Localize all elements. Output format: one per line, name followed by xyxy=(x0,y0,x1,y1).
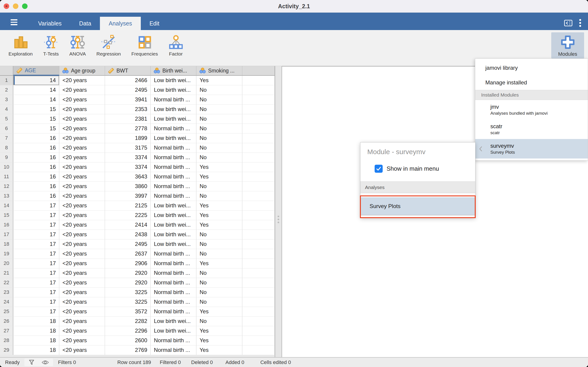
table-cell[interactable] xyxy=(242,162,275,172)
table-cell[interactable]: Yes xyxy=(196,172,242,181)
table-cell[interactable]: 2920 xyxy=(105,278,151,287)
table-cell[interactable]: Normal birth ... xyxy=(151,182,196,191)
row-number[interactable]: 17 xyxy=(0,230,13,239)
column-header-age-group[interactable]: Age group xyxy=(59,66,105,76)
table-cell[interactable]: Normal birth ... xyxy=(151,297,196,307)
row-number[interactable]: 12 xyxy=(0,182,13,191)
table-cell[interactable]: 2282 xyxy=(105,317,151,326)
minimize-button[interactable] xyxy=(13,3,18,9)
row-number[interactable]: 23 xyxy=(0,288,13,297)
table-cell[interactable]: <20 years xyxy=(59,95,105,104)
row-number[interactable]: 10 xyxy=(0,162,13,172)
row-number[interactable]: 7 xyxy=(0,133,13,143)
table-cell[interactable]: 18 xyxy=(13,336,59,345)
table-cell[interactable]: No xyxy=(196,114,242,124)
table-cell[interactable]: Yes xyxy=(196,336,242,345)
table-cell[interactable]: 17 xyxy=(13,220,59,230)
table-cell[interactable]: 17 xyxy=(13,288,59,297)
row-number[interactable]: 26 xyxy=(0,317,13,326)
table-cell[interactable]: <20 years xyxy=(59,172,105,181)
table-cell[interactable]: 16 xyxy=(13,182,59,191)
table-cell[interactable]: Low birth wei... xyxy=(151,326,196,336)
show-in-main-menu-checkbox[interactable] xyxy=(375,165,383,173)
table-cell[interactable]: <20 years xyxy=(59,326,105,336)
table-cell[interactable]: No xyxy=(196,95,242,104)
menu-item-manage-installed[interactable]: Manage installed xyxy=(475,75,588,90)
table-cell[interactable]: No xyxy=(196,297,242,307)
table-cell[interactable] xyxy=(242,278,275,287)
row-number[interactable]: 22 xyxy=(0,278,13,287)
eye-icon[interactable] xyxy=(42,360,49,365)
table-cell[interactable]: 1899 xyxy=(105,133,151,143)
table-cell[interactable]: <20 years xyxy=(59,211,105,220)
table-cell[interactable] xyxy=(242,259,275,268)
column-header-empty[interactable] xyxy=(242,66,275,76)
table-cell[interactable]: No xyxy=(196,288,242,297)
table-cell[interactable]: <20 years xyxy=(59,162,105,172)
table-cell[interactable]: <20 years xyxy=(59,201,105,210)
column-header-birth-wei-[interactable]: Birth wei... xyxy=(151,66,196,76)
table-cell[interactable]: Normal birth ... xyxy=(151,345,196,355)
table-cell[interactable]: Yes xyxy=(196,211,242,220)
table-cell[interactable] xyxy=(242,124,275,133)
table-cell[interactable]: 2769 xyxy=(105,345,151,355)
table-cell[interactable]: No xyxy=(196,124,242,133)
table-cell[interactable]: 15 xyxy=(13,124,59,133)
table-cell[interactable]: No xyxy=(196,317,242,326)
row-number[interactable]: 18 xyxy=(0,240,13,249)
table-cell[interactable] xyxy=(242,172,275,181)
row-number[interactable]: 13 xyxy=(0,191,13,201)
table-cell[interactable]: Yes xyxy=(196,162,242,172)
table-cell[interactable]: <20 years xyxy=(59,336,105,345)
table-cell[interactable]: 17 xyxy=(13,268,59,278)
table-cell[interactable] xyxy=(242,345,275,355)
table-cell[interactable]: 17 xyxy=(13,297,59,307)
table-cell[interactable]: Normal birth ... xyxy=(151,259,196,268)
table-cell[interactable]: Low birth wei... xyxy=(151,76,196,85)
table-cell[interactable]: 15 xyxy=(13,114,59,124)
table-cell[interactable] xyxy=(242,230,275,239)
table-cell[interactable]: No xyxy=(196,278,242,287)
toolbar-button-regression[interactable]: Regression xyxy=(91,30,126,66)
table-cell[interactable] xyxy=(242,95,275,104)
table-cell[interactable]: Low birth wei... xyxy=(151,211,196,220)
row-number[interactable]: 28 xyxy=(0,336,13,345)
row-number[interactable]: 24 xyxy=(0,297,13,307)
table-cell[interactable] xyxy=(242,336,275,345)
panel-splitter[interactable] xyxy=(275,66,282,357)
table-cell[interactable]: Yes xyxy=(196,259,242,268)
table-cell[interactable]: Yes xyxy=(196,201,242,210)
table-cell[interactable]: 2225 xyxy=(105,211,151,220)
table-cell[interactable]: Yes xyxy=(196,326,242,336)
table-cell[interactable]: 14 xyxy=(13,95,59,104)
table-cell[interactable]: 2495 xyxy=(105,85,151,95)
table-cell[interactable]: 3860 xyxy=(105,182,151,191)
table-cell[interactable]: No xyxy=(196,268,242,278)
table-cell[interactable]: 2495 xyxy=(105,240,151,249)
table-cell[interactable]: Low birth wei... xyxy=(151,114,196,124)
table-cell[interactable]: <20 years xyxy=(59,76,105,85)
table-cell[interactable]: <20 years xyxy=(59,191,105,201)
table-cell[interactable]: 18 xyxy=(13,326,59,336)
row-number[interactable]: 5 xyxy=(0,114,13,124)
filter-funnel-icon[interactable] xyxy=(28,359,35,365)
row-number[interactable]: 20 xyxy=(0,259,13,268)
row-number[interactable]: 14 xyxy=(0,201,13,210)
table-cell[interactable]: Normal birth ... xyxy=(151,162,196,172)
table-cell[interactable]: 14 xyxy=(13,85,59,95)
table-cell[interactable]: 16 xyxy=(13,162,59,172)
table-cell[interactable]: Low birth wei... xyxy=(151,85,196,95)
table-cell[interactable]: <20 years xyxy=(59,153,105,162)
table-cell[interactable]: 17 xyxy=(13,278,59,287)
table-cell[interactable] xyxy=(242,297,275,307)
table-cell[interactable]: <20 years xyxy=(59,105,105,114)
menu-item-module-surveymv[interactable]: surveymvSurvey Plots xyxy=(475,139,588,158)
table-cell[interactable]: 2414 xyxy=(105,220,151,230)
table-cell[interactable]: 2296 xyxy=(105,326,151,336)
table-cell[interactable]: 3225 xyxy=(105,288,151,297)
table-cell[interactable]: <20 years xyxy=(59,278,105,287)
table-cell[interactable]: <20 years xyxy=(59,230,105,239)
table-cell[interactable]: 17 xyxy=(13,259,59,268)
table-cell[interactable]: <20 years xyxy=(59,85,105,95)
table-cell[interactable] xyxy=(242,326,275,336)
